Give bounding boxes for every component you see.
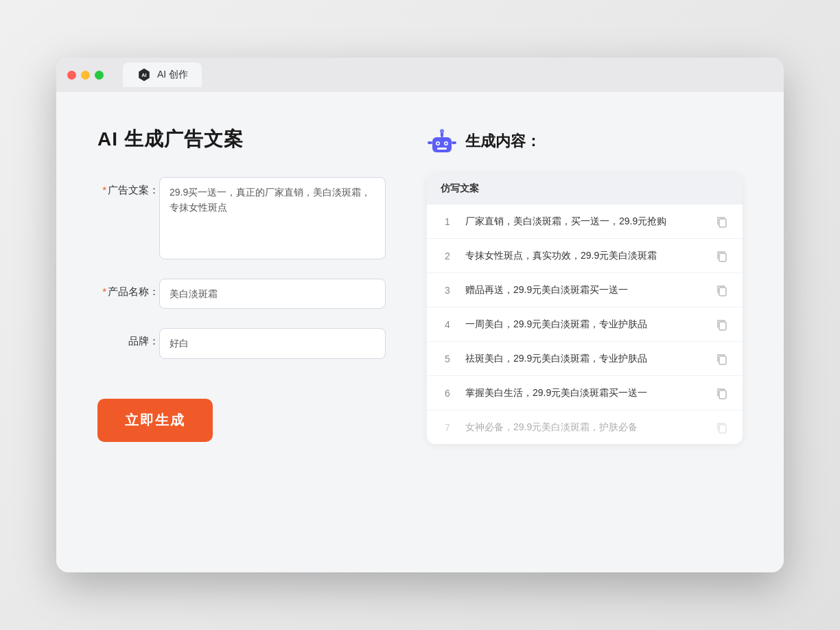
- product-name-required: *: [102, 285, 106, 297]
- tab-label: AI 创作: [157, 69, 188, 81]
- ad-copy-input[interactable]: 29.9买一送一，真正的厂家直销，美白淡斑霜，专抹女性斑点: [159, 177, 386, 259]
- svg-rect-15: [719, 322, 726, 330]
- svg-text:AI: AI: [141, 72, 146, 78]
- titlebar: AI AI 创作: [56, 58, 784, 92]
- row-number: 3: [441, 285, 454, 296]
- ai-tab[interactable]: AI AI 创作: [123, 62, 202, 87]
- robot-icon: [427, 126, 457, 156]
- row-number: 2: [441, 250, 454, 261]
- generate-button[interactable]: 立即生成: [97, 399, 213, 442]
- svg-point-8: [445, 143, 447, 145]
- brand-label: 品牌：: [97, 328, 159, 348]
- svg-point-7: [437, 143, 439, 145]
- svg-rect-17: [719, 390, 726, 399]
- product-name-group: *产品名称：: [97, 279, 386, 309]
- copy-icon[interactable]: [715, 215, 729, 229]
- svg-point-4: [440, 129, 444, 133]
- copy-icon[interactable]: [715, 318, 729, 331]
- table-row: 7女神必备，29.9元美白淡斑霜，护肤必备: [427, 410, 743, 444]
- product-name-input[interactable]: [159, 279, 386, 309]
- svg-rect-12: [719, 219, 726, 227]
- copy-icon[interactable]: [715, 421, 729, 434]
- row-number: 4: [441, 319, 454, 330]
- row-text: 女神必备，29.9元美白淡斑霜，护肤必备: [465, 420, 704, 434]
- ad-copy-label: *广告文案：: [97, 177, 159, 197]
- table-row: 5祛斑美白，29.9元美白淡斑霜，专业护肤品: [427, 342, 743, 376]
- row-text: 掌握美白生活，29.9元美白淡斑霜买一送一: [465, 386, 704, 400]
- brand-input[interactable]: [159, 328, 386, 358]
- svg-rect-14: [719, 288, 726, 296]
- maximize-button[interactable]: [95, 71, 104, 80]
- svg-rect-11: [452, 141, 456, 144]
- result-title: 生成内容：: [465, 131, 541, 152]
- minimize-button[interactable]: [81, 71, 90, 80]
- close-button[interactable]: [67, 71, 76, 80]
- table-row: 4一周美白，29.9元美白淡斑霜，专业护肤品: [427, 307, 743, 342]
- copy-icon[interactable]: [715, 352, 729, 366]
- page-title: AI 生成广告文案: [97, 126, 386, 152]
- table-body: 1厂家直销，美白淡斑霜，买一送一，29.9元抢购 2专抹女性斑点，真实功效，29…: [427, 205, 743, 444]
- svg-rect-2: [432, 137, 452, 152]
- copy-icon[interactable]: [715, 386, 729, 400]
- table-row: 6掌握美白生活，29.9元美白淡斑霜买一送一: [427, 376, 743, 410]
- main-content: AI 生成广告文案 *广告文案： 29.9买一送一，真正的厂家直销，美白淡斑霜，…: [56, 92, 784, 572]
- row-text: 专抹女性斑点，真实功效，29.9元美白淡斑霜: [465, 248, 704, 263]
- traffic-lights: [67, 71, 104, 80]
- copy-icon[interactable]: [715, 249, 729, 263]
- row-text: 厂家直销，美白淡斑霜，买一送一，29.9元抢购: [465, 214, 704, 229]
- svg-rect-9: [437, 148, 447, 150]
- svg-rect-10: [428, 141, 432, 144]
- row-text: 祛斑美白，29.9元美白淡斑霜，专业护肤品: [465, 351, 704, 366]
- right-panel: 生成内容： 仿写文案 1厂家直销，美白淡斑霜，买一送一，29.9元抢购 2专抹女…: [427, 126, 743, 538]
- table-row: 2专抹女性斑点，真实功效，29.9元美白淡斑霜: [427, 239, 743, 273]
- result-table: 仿写文案 1厂家直销，美白淡斑霜，买一送一，29.9元抢购 2专抹女性斑点，真实…: [427, 173, 743, 444]
- result-header: 生成内容：: [427, 126, 743, 156]
- svg-rect-16: [719, 356, 726, 364]
- svg-rect-18: [719, 425, 726, 433]
- ad-copy-group: *广告文案： 29.9买一送一，真正的厂家直销，美白淡斑霜，专抹女性斑点: [97, 177, 386, 259]
- table-header: 仿写文案: [427, 173, 743, 205]
- ad-copy-required: *: [102, 184, 106, 196]
- row-number: 6: [441, 388, 454, 399]
- browser-window: AI AI 创作 AI 生成广告文案 *广告文案： 29.9买一送一，真正的厂家…: [56, 58, 784, 572]
- row-text: 赠品再送，29.9元美白淡斑霜买一送一: [465, 283, 704, 297]
- copy-icon[interactable]: [715, 283, 729, 297]
- row-text: 一周美白，29.9元美白淡斑霜，专业护肤品: [465, 317, 704, 331]
- row-number: 7: [441, 422, 454, 433]
- table-row: 1厂家直销，美白淡斑霜，买一送一，29.9元抢购: [427, 205, 743, 239]
- svg-rect-13: [719, 253, 726, 261]
- left-panel: AI 生成广告文案 *广告文案： 29.9买一送一，真正的厂家直销，美白淡斑霜，…: [97, 126, 386, 538]
- ai-tab-icon: AI: [137, 67, 152, 82]
- row-number: 5: [441, 353, 454, 364]
- product-name-label: *产品名称：: [97, 279, 159, 299]
- row-number: 1: [441, 216, 454, 227]
- table-row: 3赠品再送，29.9元美白淡斑霜买一送一: [427, 273, 743, 307]
- brand-group: 品牌：: [97, 328, 386, 358]
